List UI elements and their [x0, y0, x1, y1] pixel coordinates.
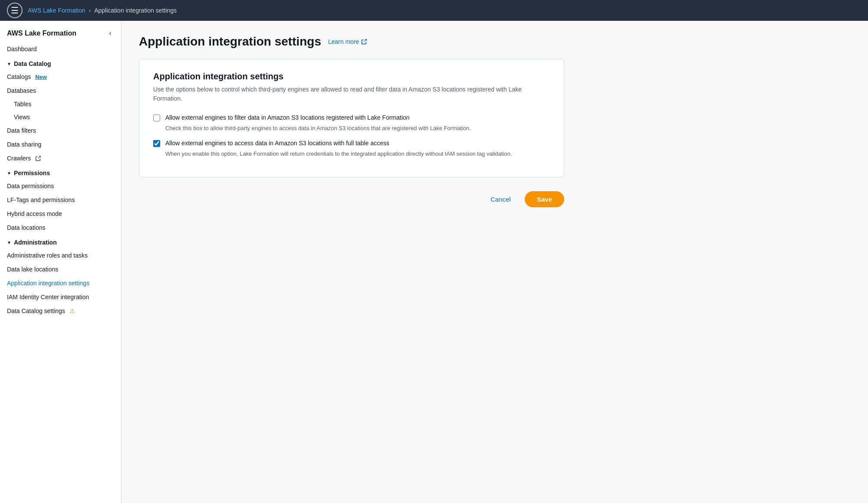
sidebar-item-databases[interactable]: Databases: [0, 84, 121, 98]
card-title: Application integration settings: [153, 72, 550, 82]
sidebar-item-data-filters[interactable]: Data filters: [0, 124, 121, 137]
external-link-icon: [35, 155, 41, 161]
page-layout: AWS Lake Formation ‹ Dashboard ▼ Data Ca…: [0, 21, 868, 503]
sidebar-item-dashboard[interactable]: Dashboard: [0, 42, 121, 56]
cancel-button[interactable]: Cancel: [483, 191, 518, 207]
sidebar-item-lf-tags[interactable]: LF-Tags and permissions: [0, 193, 121, 207]
chevron-down-icon-admin: ▼: [7, 240, 11, 245]
checkbox2-label-group: Allow external engines to access data in…: [165, 139, 550, 158]
sidebar-title: AWS Lake Formation: [7, 29, 76, 37]
checkbox-row-2: Allow external engines to access data in…: [153, 139, 550, 158]
sidebar-item-tables[interactable]: Tables: [0, 98, 121, 111]
save-button[interactable]: Save: [525, 191, 564, 207]
sidebar-item-data-permissions[interactable]: Data permissions: [0, 179, 121, 193]
menu-button[interactable]: ☰: [7, 3, 23, 18]
learn-more-link[interactable]: Learn more: [328, 38, 367, 45]
checkbox1-label[interactable]: Allow external engines to filter data in…: [165, 114, 410, 121]
checkbox-filter-s3[interactable]: [153, 114, 160, 121]
sidebar-section-administration[interactable]: ▼ Administration: [0, 235, 121, 248]
breadcrumb-app-link[interactable]: AWS Lake Formation: [28, 7, 85, 14]
sidebar-item-catalogs[interactable]: Catalogs New: [0, 70, 121, 84]
settings-card: Application integration settings Use the…: [139, 59, 564, 177]
breadcrumb-separator: ›: [89, 7, 91, 14]
checkbox-row-1: Allow external engines to filter data in…: [153, 114, 550, 132]
sidebar-item-data-locations[interactable]: Data locations: [0, 221, 121, 235]
sidebar-item-data-sharing[interactable]: Data sharing: [0, 137, 121, 151]
sidebar-item-iam-identity[interactable]: IAM Identity Center integration: [0, 290, 121, 304]
sidebar-item-crawlers[interactable]: Crawlers: [0, 151, 121, 165]
main-content: Application integration settings Learn m…: [122, 21, 868, 503]
checkbox2-description: When you enable this option, Lake Format…: [165, 150, 550, 158]
actions-row: Cancel Save: [139, 191, 564, 207]
sidebar-header: AWS Lake Formation ‹: [0, 21, 121, 42]
top-nav: ☰ AWS Lake Formation › Application integ…: [0, 0, 868, 21]
checkbox1-label-group: Allow external engines to filter data in…: [165, 114, 550, 132]
new-badge: New: [35, 74, 47, 80]
sidebar-item-admin-roles[interactable]: Administrative roles and tasks: [0, 248, 121, 262]
sidebar-section-data-catalog[interactable]: ▼ Data Catalog: [0, 56, 121, 70]
external-link-icon-header: [361, 39, 367, 45]
card-description: Use the options below to control which t…: [153, 85, 550, 103]
sidebar-item-views[interactable]: Views: [0, 111, 121, 124]
page-title-row: Application integration settings Learn m…: [139, 35, 851, 49]
sidebar: AWS Lake Formation ‹ Dashboard ▼ Data Ca…: [0, 21, 122, 503]
checkbox-full-table-access[interactable]: [153, 140, 160, 147]
sidebar-item-data-catalog-settings[interactable]: Data Catalog settings ⚠: [0, 304, 121, 318]
sidebar-item-data-lake-locations[interactable]: Data lake locations: [0, 262, 121, 276]
breadcrumb: AWS Lake Formation › Application integra…: [28, 7, 177, 14]
warning-icon: ⚠: [69, 307, 75, 314]
chevron-down-icon: ▼: [7, 62, 11, 66]
sidebar-item-hybrid-access[interactable]: Hybrid access mode: [0, 207, 121, 221]
checkbox1-description: Check this box to allow third-party engi…: [165, 124, 550, 133]
sidebar-item-app-integration[interactable]: Application integration settings: [0, 276, 121, 290]
checkbox2-label[interactable]: Allow external engines to access data in…: [165, 140, 389, 147]
breadcrumb-current: Application integration settings: [94, 7, 177, 14]
sidebar-section-permissions[interactable]: ▼ Permissions: [0, 165, 121, 179]
page-title: Application integration settings: [139, 35, 321, 49]
sidebar-collapse-button[interactable]: ‹: [106, 28, 114, 39]
chevron-down-icon-permissions: ▼: [7, 171, 11, 176]
